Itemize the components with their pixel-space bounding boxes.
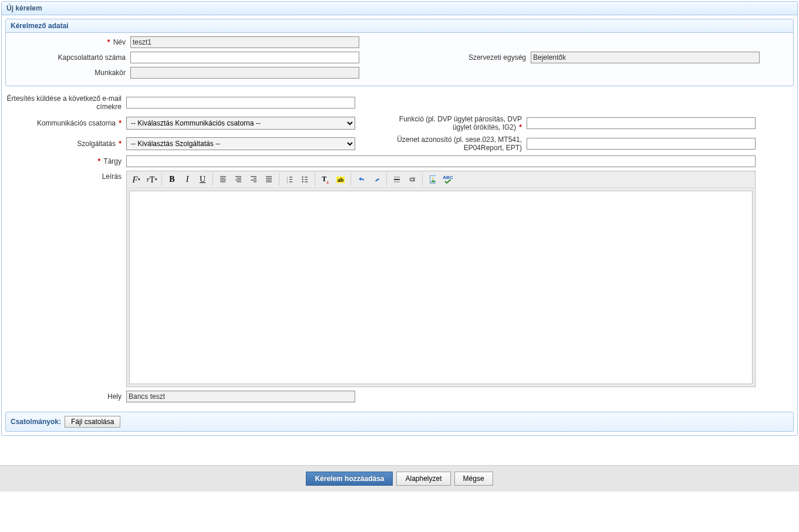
label-location: Hely (6, 392, 124, 401)
description-editor-area[interactable] (129, 191, 753, 384)
undo-icon[interactable] (354, 173, 368, 186)
bold-icon[interactable]: B (165, 173, 179, 186)
required-marker: * (519, 123, 522, 131)
italic-icon[interactable]: I (180, 173, 194, 186)
label-subject: * Tárgy (6, 157, 124, 165)
service-select[interactable]: -- Kiválasztás Szolgáltatás -- (126, 137, 355, 150)
label-role: Munkakör (11, 69, 128, 77)
subject-field[interactable] (126, 155, 756, 167)
redo-icon[interactable] (369, 173, 383, 186)
role-field (130, 67, 359, 79)
required-marker: * (119, 140, 122, 148)
label-comm-channel: Kommunikációs csatorna * (6, 119, 124, 127)
svg-point-34 (431, 178, 434, 180)
attachments-label: Csatolmányok: (11, 418, 61, 426)
rich-text-editor: F▾ ᴛT▾ B I U (126, 171, 756, 387)
cancel-button[interactable]: Mégse (454, 472, 493, 486)
name-field (130, 36, 359, 48)
attachments-bar: Csatolmányok: Fájl csatolása (5, 412, 794, 432)
contact-number-field[interactable] (130, 52, 359, 63)
notify-emails-field[interactable] (126, 97, 355, 109)
panel-title: Új kérelem (2, 2, 797, 15)
horizontal-rule-icon[interactable] (390, 173, 404, 186)
required-marker: * (107, 38, 110, 46)
label-name: * Név (11, 38, 128, 46)
submit-button[interactable]: Kérelem hozzáadása (306, 472, 393, 486)
label-notify-emails: Értesítés küldése a következő e-mail cím… (6, 94, 124, 111)
svg-point-26 (302, 179, 304, 181)
label-function: Funkció (pl. DVP ügylet párosítás, DVP ü… (395, 115, 524, 132)
required-marker: * (119, 119, 122, 127)
message-id-field[interactable] (527, 138, 756, 150)
svg-text:3: 3 (286, 181, 288, 183)
reset-button[interactable]: Alaphelyzet (396, 472, 450, 486)
footer-actions: Kérelem hozzáadása Alaphelyzet Mégse (0, 465, 799, 492)
image-icon[interactable] (426, 173, 440, 186)
spellcheck-icon[interactable]: ABC (441, 173, 455, 186)
align-right-icon[interactable] (247, 173, 261, 186)
highlight-icon[interactable]: ab (333, 173, 348, 186)
comm-channel-select[interactable]: -- Kiválasztás Kommunikációs csatorna -- (126, 117, 355, 130)
requester-section: Kérelmező adatai * Név Kapcsolattartó sz… (5, 19, 794, 86)
label-contact-number: Kapcsolattartó száma (11, 53, 128, 62)
required-marker: * (98, 157, 101, 165)
align-justify-icon[interactable] (262, 173, 276, 186)
link-icon[interactable] (405, 173, 419, 186)
org-unit-field (531, 52, 760, 63)
attach-file-button[interactable]: Fájl csatolása (65, 416, 120, 428)
label-service: Szolgáltatás * (6, 140, 124, 148)
align-left-icon[interactable] (216, 173, 230, 186)
editor-toolbar: F▾ ᴛT▾ B I U (127, 171, 755, 188)
unordered-list-icon[interactable] (298, 173, 312, 186)
label-org-unit: Szervezeti egység (399, 53, 528, 62)
svg-point-27 (302, 181, 304, 183)
requester-section-title: Kérelmező adatai (6, 19, 793, 33)
text-color-icon[interactable]: Ta (318, 173, 332, 186)
label-description: Leírás (6, 171, 124, 181)
svg-point-25 (302, 177, 304, 178)
font-family-icon[interactable]: F▾ (129, 173, 143, 186)
ordered-list-icon[interactable]: 123 (282, 173, 296, 186)
align-center-icon[interactable] (231, 173, 245, 186)
location-field (126, 391, 355, 402)
font-size-icon[interactable]: ᴛT▾ (144, 173, 159, 186)
function-field[interactable] (527, 117, 756, 129)
new-request-panel: Új kérelem Kérelmező adatai * Név Kapcso… (1, 1, 798, 436)
underline-icon[interactable]: U (195, 173, 210, 186)
label-message-id: Üzenet azonosító (pl. sese.023, MT541, E… (395, 135, 524, 153)
